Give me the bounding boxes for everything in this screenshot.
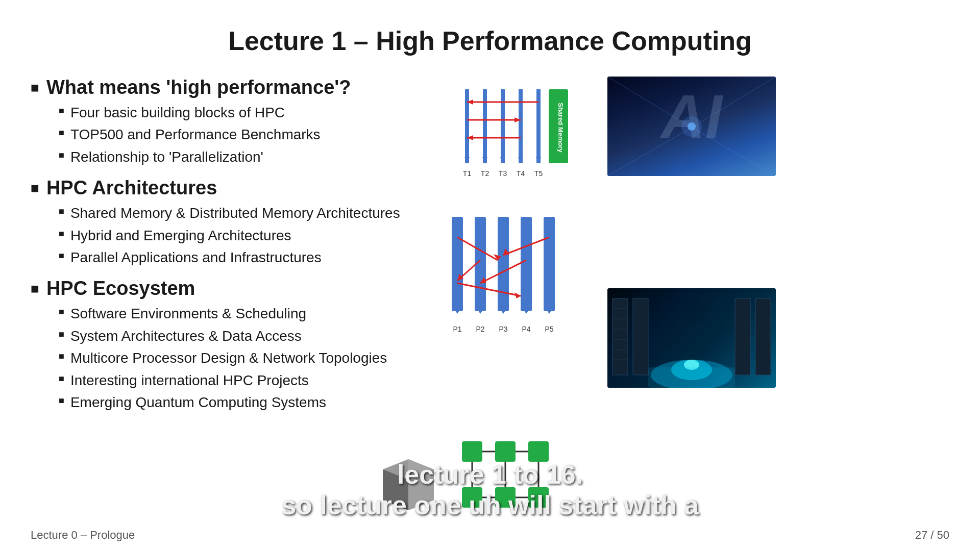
subtitle-line1: lecture 1 to 16. (281, 459, 699, 490)
list-item: Software Environments & Scheduling (59, 303, 419, 324)
svg-text:T3: T3 (499, 169, 507, 178)
section-3-list: Software Environments & Scheduling Syste… (31, 303, 419, 413)
svg-text:T1: T1 (463, 169, 472, 178)
svg-rect-23 (452, 217, 463, 311)
section-hpc-intro: What means 'high performance'? Four basi… (31, 77, 419, 168)
svg-text:P4: P4 (522, 325, 530, 333)
svg-line-41 (457, 283, 521, 296)
svg-text:Shared Memory: Shared Memory (557, 103, 565, 153)
svg-text:AI: AI (659, 82, 724, 151)
list-item: System Architectures & Data Access (59, 325, 419, 347)
svg-text:T5: T5 (534, 169, 543, 178)
list-item: TOP500 and Performance Benchmarks (59, 123, 419, 145)
ai-datacenter-photo: AI (607, 77, 776, 176)
svg-rect-77 (528, 441, 549, 462)
section-title-3: HPC Ecosystem (31, 278, 419, 299)
footer-lecture-label: Lecture 0 – Prologue (31, 529, 135, 542)
svg-rect-27 (544, 217, 555, 311)
list-item: Interesting international HPC Projects (59, 369, 419, 391)
section-title-1: What means 'high performance'? (31, 77, 419, 98)
svg-point-54 (681, 116, 702, 137)
right-photos: AI (592, 77, 949, 510)
slide-container: Lecture 1 – High Performance Computing W… (0, 0, 980, 551)
svg-rect-58 (755, 298, 771, 375)
distributed-memory-diagram: P1 P2 P3 P4 P5 (444, 209, 577, 342)
svg-rect-76 (495, 441, 516, 462)
slide-title: Lecture 1 – High Performance Computing (31, 26, 949, 56)
svg-rect-56 (633, 298, 648, 375)
list-item: Multicore Processor Design & Network Top… (59, 347, 419, 369)
svg-text:P2: P2 (476, 325, 484, 333)
svg-text:P3: P3 (499, 325, 507, 333)
list-item: Emerging Quantum Computing Systems (59, 391, 419, 413)
list-item: Relationship to 'Parallelization' (59, 146, 419, 168)
section-1-list: Four basic building blocks of HPC TOP500… (31, 102, 419, 168)
section-2-list: Shared Memory & Distributed Memory Archi… (31, 202, 419, 268)
list-item: Four basic building blocks of HPC (59, 102, 419, 123)
svg-rect-55 (612, 298, 628, 375)
section-title-2: HPC Architectures (31, 177, 419, 199)
subtitle-caption: lecture 1 to 16. so lecture one uh will … (281, 459, 699, 520)
svg-rect-57 (735, 298, 750, 375)
svg-text:P1: P1 (453, 325, 461, 333)
svg-text:T2: T2 (481, 169, 489, 178)
svg-text:P5: P5 (545, 325, 553, 333)
subtitle-line2: so lecture one uh will start with a (281, 490, 699, 520)
shared-memory-diagram: Shared Memory T1 T2 T3 T4 T5 (452, 82, 569, 184)
list-item: Shared Memory & Distributed Memory Archi… (59, 202, 419, 224)
slide-footer: Lecture 0 – Prologue 27 / 50 (31, 529, 949, 542)
list-item: Hybrid and Emerging Architectures (59, 224, 419, 246)
list-item: Parallel Applications and Infrastructure… (59, 246, 419, 268)
section-hpc-arch: HPC Architectures Shared Memory & Distri… (31, 177, 419, 268)
svg-rect-25 (498, 217, 509, 311)
footer-page-number: 27 / 50 (915, 529, 949, 542)
server-room-photo (607, 288, 776, 388)
svg-rect-75 (462, 441, 482, 462)
section-hpc-ecosystem: HPC Ecosystem Software Environments & Sc… (31, 278, 419, 413)
svg-rect-26 (521, 217, 532, 311)
svg-text:T4: T4 (517, 169, 525, 178)
svg-rect-68 (648, 367, 735, 388)
